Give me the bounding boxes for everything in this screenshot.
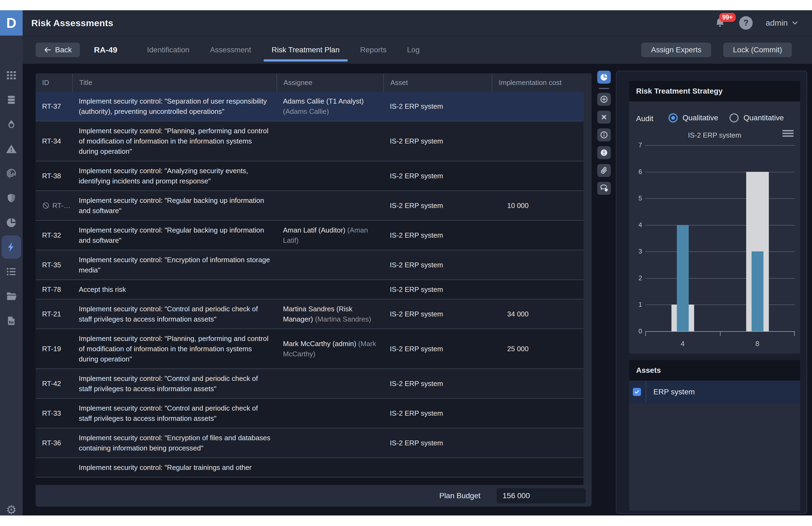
table-row[interactable]: Implement security control: "Regular tra… [35,458,583,478]
chart-menu-button[interactable] [782,130,794,138]
row-id: RT-78 [42,284,61,295]
column-header-assignee[interactable]: Assignee [276,73,383,92]
tab-log[interactable]: Log [399,36,428,64]
sidebar-item-database[interactable] [0,93,23,106]
checkbox-checked-icon[interactable] [633,388,641,396]
tab-risk-treatment-plan[interactable]: Risk Treatment Plan [264,36,348,64]
plan-budget-bar: Plan Budget 156 000 [35,485,592,507]
table-row[interactable]: RT-34 Implement security control: "Plann… [35,121,583,161]
strategy-card-title: Risk Treatment Strategy [629,81,800,101]
toolbar-row: Back RA-49 Identification Assessment Ris… [23,35,812,64]
folder-icon [6,291,17,302]
radio-unchecked-icon [729,113,739,122]
table-row[interactable]: RT-32 Implement security control: "Regul… [35,221,583,250]
add-button[interactable] [597,93,611,106]
delete-button[interactable] [597,111,611,123]
radio-quantitative-label: Quantitative [743,114,784,122]
row-asset: IS-2 ERP system [383,438,492,448]
attachment-button[interactable] [597,164,611,177]
assets-card-title: Assets [629,360,800,381]
sidebar-item-settings[interactable]: ⚙ [0,503,23,515]
alert-button[interactable] [597,146,611,159]
sidebar-item-report[interactable] [0,314,23,327]
radar-icon [6,168,17,179]
table-row[interactable]: RT-37 Implement security control: "Separ… [35,92,583,121]
alert-icon [600,148,608,157]
row-id: RT-… [52,201,70,211]
table-body: RT-37 Implement security control: "Separ… [35,92,583,485]
comments-button[interactable] [597,182,611,195]
risk-treatment-table: ID Title Assignee Asset Implementation c… [35,73,592,507]
row-assignee: Adams Callie (T1 Analyst) (Adams Callie) [276,96,383,117]
sidebar-item-lightning[interactable] [0,240,23,254]
column-header-asset[interactable]: Asset [383,73,492,92]
asset-list-item[interactable]: ERP system [629,381,800,403]
sidebar-item-shield[interactable] [0,191,23,205]
pie-chart-icon [6,217,17,228]
report-icon [6,315,17,326]
table-row[interactable]: RT-19 Implement security control: "Plann… [35,329,583,369]
sidebar-item-apps[interactable] [0,69,23,82]
assign-experts-button[interactable]: Assign Experts [641,43,711,57]
bar-series-blue [752,251,764,331]
info-button[interactable] [597,128,611,141]
table-scrollbar[interactable] [583,73,592,485]
divider [646,382,647,402]
table-row[interactable]: RT-21 Implement security control: "Contr… [35,299,583,329]
add-icon [600,95,608,104]
tab-reports[interactable]: Reports [352,36,395,64]
table-row[interactable]: RT-36 Implement security control: "Encry… [35,428,583,458]
bar-chart: 0123456748 [645,145,795,332]
sidebar-item-list[interactable] [0,265,23,278]
row-title: Implement security control: "Control and… [72,304,276,324]
audit-label: Audit [636,114,653,123]
column-header-title[interactable]: Title [72,73,276,92]
table-header: ID Title Assignee Asset Implementation c… [35,73,592,92]
tab-assessment[interactable]: Assessment [202,36,259,64]
sidebar-item-folder[interactable] [0,289,23,303]
row-assignee: Martina Sandres (Risk Manager) (Martina … [276,304,383,324]
table-row[interactable]: RT-78 Accept this risk IS-2 ERP system [35,280,583,299]
warning-icon [6,143,17,155]
row-asset: IS-2 ERP system [383,260,492,270]
row-title: Implement security control: "Regular bac… [72,225,276,246]
column-header-id[interactable]: ID [35,73,72,92]
y-axis-tick-label: 7 [631,141,642,149]
bar-series-blue [677,225,689,331]
row-implementation-cost: 25 000 [492,344,583,354]
sidebar-item-radar[interactable] [0,167,23,180]
row-title: Implement security control: "Regular tra… [72,462,276,472]
logo-letter: D [6,15,16,31]
shield-icon [6,193,17,203]
row-assignee: Aman Latif (Auditor) (Aman Latif) [276,225,383,246]
user-menu[interactable]: admin [766,18,798,28]
row-id: RT-38 [42,171,61,181]
comments-icon [599,184,609,193]
tab-identification[interactable]: Identification [139,36,198,64]
x-axis-tick [720,332,721,336]
row-title: Implement security control: "Control and… [72,403,276,424]
plan-budget-input[interactable]: 156 000 [497,488,586,503]
page-title: Risk Assessments [31,10,113,35]
table-row[interactable]: RT-42 Implement security control: "Contr… [35,369,583,399]
y-axis-tick-label: 2 [631,274,642,282]
radio-quantitative[interactable]: Quantitative [729,113,784,122]
notifications-button[interactable]: 99+ [714,17,726,29]
help-button[interactable]: ? [739,16,753,30]
tab-bar: Identification Assessment Risk Treatment… [139,36,428,64]
sidebar-item-drop[interactable] [0,118,23,131]
row-title: Implement security control: "Planning, p… [72,333,276,364]
table-row[interactable]: RT-38 Implement security control: "Analy… [35,161,583,191]
table-row[interactable]: RT-35 Implement security control: "Encry… [35,250,583,280]
lock-commit-button[interactable]: Lock (Commit) [723,43,792,57]
row-asset: IS-2 ERP system [383,230,492,240]
radio-qualitative[interactable]: Qualitative [668,113,718,122]
app-window: D Risk Assessments 99+ ? admin [0,10,812,515]
sidebar-item-warning[interactable] [0,142,23,156]
back-button[interactable]: Back [35,43,80,57]
table-row[interactable]: RT-… Implement security control: "Regula… [35,191,583,221]
table-row[interactable]: RT-33 Implement security control: "Contr… [35,399,583,428]
chart-view-button[interactable] [597,71,611,84]
column-header-implementation-cost[interactable]: Implementation cost [492,73,583,92]
sidebar-item-pie-chart[interactable] [0,216,23,229]
